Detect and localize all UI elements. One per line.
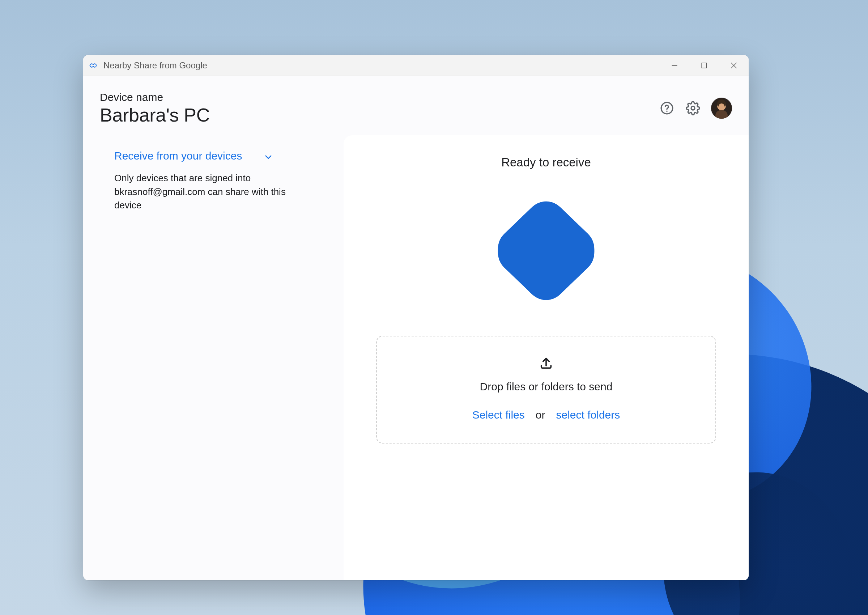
chevron-down-icon (265, 150, 272, 162)
close-button[interactable] (719, 55, 749, 76)
help-icon[interactable] (659, 100, 675, 116)
select-files-link[interactable]: Select files (472, 409, 525, 421)
svg-rect-1 (702, 63, 707, 68)
app-header: Device name Barbara's PC (83, 76, 749, 135)
maximize-button[interactable] (689, 55, 719, 76)
window-controls (660, 55, 749, 76)
settings-icon[interactable] (685, 100, 701, 116)
receive-visibility-description: Only devices that are signed into bkrasn… (114, 172, 302, 212)
svg-point-5 (666, 111, 668, 112)
status-hexagon-icon (494, 198, 598, 303)
content-panel: Ready to receive Drop files or folders t… (344, 135, 749, 580)
status-heading: Ready to receive (501, 156, 591, 169)
drop-zone[interactable]: Drop files or folders to send Select fil… (376, 336, 716, 443)
minimize-button[interactable] (660, 55, 689, 76)
device-name-value: Barbara's PC (100, 104, 659, 126)
main-area: Receive from your devices Only devices t… (83, 135, 749, 580)
receive-visibility-label: Receive from your devices (114, 150, 242, 162)
or-text: or (536, 409, 545, 421)
receive-visibility-dropdown[interactable]: Receive from your devices (114, 150, 327, 162)
select-folders-link[interactable]: select folders (556, 409, 620, 421)
app-window: Nearby Share from Google Device name Bar… (83, 55, 749, 580)
window-title: Nearby Share from Google (103, 61, 660, 70)
app-icon (88, 61, 98, 70)
svg-point-6 (691, 106, 695, 110)
upload-icon (539, 356, 553, 372)
device-name-label: Device name (100, 91, 659, 103)
sidebar: Receive from your devices Only devices t… (83, 135, 344, 580)
account-avatar[interactable] (711, 98, 732, 119)
titlebar[interactable]: Nearby Share from Google (83, 55, 749, 76)
drop-zone-text: Drop files or folders to send (480, 381, 612, 393)
